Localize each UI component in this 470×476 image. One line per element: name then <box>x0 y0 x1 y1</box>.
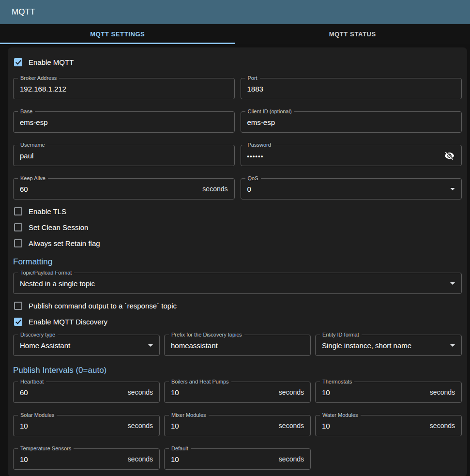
solar-label: Solar Modules <box>18 412 57 418</box>
username-field[interactable]: Username paul <box>13 145 235 166</box>
thermostats-value: 10 <box>322 388 330 397</box>
keep-alive-label: Keep Alive <box>18 175 48 181</box>
qos-select[interactable]: QoS 0 <box>241 178 462 200</box>
clean-session-label: Set Clean Session <box>29 223 88 231</box>
thermostats-interval-field[interactable]: Thermostats 10 seconds <box>315 382 462 403</box>
retain-flag-label: Always set Retain flag <box>29 239 100 247</box>
topic-payload-format-select[interactable]: Topic/Payload Format Nested in a single … <box>13 273 462 294</box>
discovery-type-label: Discovery type <box>18 332 58 338</box>
enable-tls-label: Enable TLS <box>29 207 66 215</box>
entity-id-format-select[interactable]: Entity ID format Single instance, short … <box>315 335 462 356</box>
heartbeat-unit: seconds <box>128 388 153 396</box>
dropdown-caret-icon <box>148 344 153 347</box>
clean-session-checkbox[interactable] <box>14 223 22 231</box>
boilers-label: Boilers and Heat Pumps <box>169 379 231 384</box>
enable-mqtt-row[interactable]: Enable MQTT <box>13 53 462 71</box>
boilers-interval-field[interactable]: Boilers and Heat Pumps 10 seconds <box>164 382 311 403</box>
discovery-prefix-field[interactable]: Prefix for the Discovery topics homeassi… <box>164 335 311 356</box>
water-label: Water Modules <box>320 412 361 418</box>
temperature-sensors-label: Temperature Sensors <box>18 445 74 451</box>
keep-alive-unit: seconds <box>202 185 227 193</box>
topic-payload-format-value: Nested in a single topic <box>20 279 95 288</box>
port-label: Port <box>245 75 260 81</box>
publish-response-checkbox[interactable] <box>14 302 22 310</box>
active-tab-indicator <box>0 43 235 44</box>
base-field[interactable]: Base ems-esp <box>13 111 235 133</box>
dropdown-caret-icon <box>450 282 455 285</box>
boilers-unit: seconds <box>279 388 304 396</box>
keep-alive-field[interactable]: Keep Alive 60 seconds <box>13 178 235 200</box>
enable-tls-row[interactable]: Enable TLS <box>13 203 462 219</box>
username-label: Username <box>18 142 47 148</box>
topic-payload-format-label: Topic/Payload Format <box>18 270 74 276</box>
temperature-sensors-value: 10 <box>20 455 28 463</box>
dropdown-caret-icon <box>450 344 455 347</box>
enable-discovery-checkbox[interactable] <box>14 318 22 326</box>
heartbeat-value: 60 <box>20 388 28 397</box>
default-interval-field[interactable]: Default 10 seconds <box>164 448 311 470</box>
mixer-interval-field[interactable]: Mixer Modules 10 seconds <box>164 415 311 436</box>
enable-tls-checkbox[interactable] <box>14 207 22 215</box>
enable-discovery-label: Enable MQTT Discovery <box>29 318 107 326</box>
keep-alive-value: 60 <box>20 185 28 193</box>
visibility-off-icon <box>444 151 455 161</box>
publish-response-row[interactable]: Publish command output to a `response` t… <box>13 298 462 314</box>
username-value: paul <box>20 152 33 160</box>
broker-address-field[interactable]: Broker Address 192.168.1.212 <box>13 78 235 99</box>
publish-intervals-section-header: Publish Intervals (0=auto) <box>13 366 462 375</box>
clean-session-row[interactable]: Set Clean Session <box>13 219 462 235</box>
default-label: Default <box>169 445 191 451</box>
discovery-prefix-value: homeassistant <box>171 341 218 350</box>
solar-value: 10 <box>20 422 28 430</box>
mixer-unit: seconds <box>279 422 304 430</box>
enable-discovery-row[interactable]: Enable MQTT Discovery <box>13 314 462 330</box>
water-unit: seconds <box>430 422 455 430</box>
qos-value: 0 <box>247 185 251 193</box>
tabbar: MQTT SETTINGS MQTT STATUS <box>0 24 470 44</box>
temperature-sensors-interval-field[interactable]: Temperature Sensors 10 seconds <box>13 448 160 470</box>
solar-unit: seconds <box>128 422 153 430</box>
discovery-type-value: Home Assistant <box>20 341 70 350</box>
heartbeat-label: Heartbeat <box>18 379 46 384</box>
default-value: 10 <box>171 455 179 463</box>
solar-interval-field[interactable]: Solar Modules 10 seconds <box>13 415 160 436</box>
mixer-value: 10 <box>171 422 179 430</box>
base-label: Base <box>18 108 35 114</box>
password-field[interactable]: Password •••••• <box>241 145 462 166</box>
client-id-value: ems-esp <box>247 118 275 126</box>
client-id-field[interactable]: Client ID (optional) ems-esp <box>241 111 462 133</box>
entity-id-format-value: Single instance, short name <box>322 341 411 350</box>
discovery-prefix-label: Prefix for the Discovery topics <box>169 332 244 338</box>
page-title: MQTT <box>12 7 35 17</box>
thermostats-unit: seconds <box>430 388 455 396</box>
water-value: 10 <box>322 422 330 430</box>
tab-mqtt-status[interactable]: MQTT STATUS <box>235 24 470 44</box>
boilers-value: 10 <box>171 388 179 397</box>
publish-response-label: Publish command output to a `response` t… <box>29 302 177 310</box>
qos-label: QoS <box>245 175 261 181</box>
default-unit: seconds <box>279 455 304 463</box>
port-field[interactable]: Port 1883 <box>241 78 462 99</box>
appbar: MQTT <box>0 0 470 24</box>
tab-mqtt-settings-label: MQTT SETTINGS <box>90 31 145 38</box>
discovery-type-select[interactable]: Discovery type Home Assistant <box>13 335 160 356</box>
heartbeat-interval-field[interactable]: Heartbeat 60 seconds <box>13 382 160 403</box>
formatting-section-header: Formatting <box>13 257 462 267</box>
entity-id-format-label: Entity ID format <box>320 332 362 338</box>
settings-panel: Enable MQTT Broker Address 192.168.1.212… <box>8 47 467 476</box>
port-value: 1883 <box>247 85 263 93</box>
tab-mqtt-settings[interactable]: MQTT SETTINGS <box>0 24 235 44</box>
toggle-password-visibility-button[interactable] <box>443 150 455 161</box>
retain-flag-checkbox[interactable] <box>14 239 22 247</box>
tab-mqtt-status-label: MQTT STATUS <box>329 31 376 38</box>
broker-address-label: Broker Address <box>18 75 59 81</box>
thermostats-label: Thermostats <box>320 379 354 384</box>
mixer-label: Mixer Modules <box>169 412 209 418</box>
password-value: •••••• <box>247 152 264 160</box>
water-interval-field[interactable]: Water Modules 10 seconds <box>315 415 462 436</box>
retain-flag-row[interactable]: Always set Retain flag <box>13 235 462 251</box>
dropdown-caret-icon <box>450 188 455 190</box>
broker-address-value: 192.168.1.212 <box>20 85 66 93</box>
temperature-sensors-unit: seconds <box>128 455 153 463</box>
enable-mqtt-checkbox[interactable] <box>14 58 22 66</box>
